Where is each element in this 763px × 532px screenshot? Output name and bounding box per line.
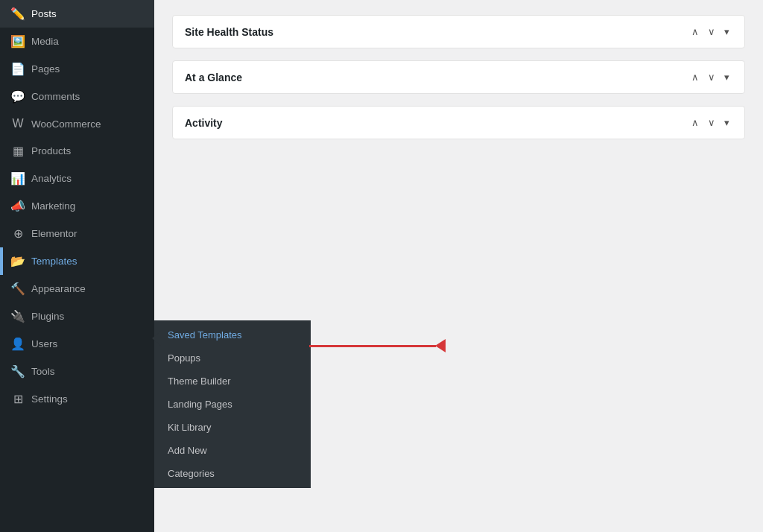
widget-controls-activity: ∧∨▾ [688,115,732,130]
plugins-icon: 🔌 [10,309,25,323]
woocommerce-icon: W [10,117,25,130]
widget-down-btn-activity[interactable]: ∨ [705,115,718,130]
pages-icon: 📄 [10,62,25,76]
sidebar-label-plugins: Plugins [31,311,64,322]
sidebar-item-products[interactable]: ▦Products [0,137,154,165]
sidebar: ✏️Posts🖼️Media📄Pages💬CommentsWWooCommerc… [0,0,154,532]
posts-icon: ✏️ [10,7,25,21]
sidebar-label-comments: Comments [31,91,80,102]
sidebar-item-users[interactable]: 👤Users [0,330,154,358]
submenu-item-categories[interactable]: Categories [154,462,311,485]
settings-icon: ⊞ [10,392,25,406]
sidebar-item-comments[interactable]: 💬Comments [0,83,154,110]
sidebar-item-marketing[interactable]: 📣Marketing [0,192,154,220]
sidebar-label-products: Products [31,145,71,156]
submenu-item-popups[interactable]: Popups [154,346,311,370]
widget-activity: Activity∧∨▾ [172,106,745,139]
sidebar-item-pages[interactable]: 📄Pages [0,55,154,83]
widget-dropdown-btn-site-health[interactable]: ▾ [721,25,732,39]
sidebar-label-posts: Posts [31,8,57,19]
sidebar-item-appearance[interactable]: 🔨Appearance [0,275,154,303]
widget-header-activity: Activity∧∨▾ [173,107,744,139]
widget-dropdown-btn-at-a-glance[interactable]: ▾ [721,70,732,84]
submenu-item-theme-builder[interactable]: Theme Builder [154,370,311,393]
widget-up-btn-site-health[interactable]: ∧ [688,25,702,39]
sidebar-item-analytics[interactable]: 📊Analytics [0,165,154,192]
widget-controls-site-health: ∧∨▾ [688,25,732,39]
submenu-item-kit-library[interactable]: Kit Library [154,416,311,439]
sidebar-label-tools: Tools [31,366,55,377]
submenu-pointer [152,331,161,346]
appearance-icon: 🔨 [10,282,25,296]
widget-title-activity: Activity [185,117,223,129]
widget-down-btn-at-a-glance[interactable]: ∨ [705,70,718,84]
sidebar-label-woocommerce: WooCommerce [31,118,101,130]
active-indicator [0,247,3,275]
templates-submenu: Saved TemplatesPopupsTheme BuilderLandin… [154,320,311,488]
widget-header-site-health: Site Health Status∧∨▾ [173,16,744,48]
sidebar-label-analytics: Analytics [31,173,72,184]
sidebar-label-appearance: Appearance [31,283,86,294]
tools-icon: 🔧 [10,364,25,379]
analytics-icon: 📊 [10,171,25,186]
submenu-item-saved-templates[interactable]: Saved Templates [154,323,311,346]
widget-up-btn-at-a-glance[interactable]: ∧ [688,70,702,84]
widget-title-site-health: Site Health Status [185,26,273,38]
widget-title-at-a-glance: At a Glance [185,72,242,83]
widget-up-btn-activity[interactable]: ∧ [688,115,702,130]
sidebar-item-plugins[interactable]: 🔌Plugins [0,303,154,330]
templates-icon: 📂 [10,254,25,268]
sidebar-label-elementor: Elementor [31,228,77,239]
sidebar-label-marketing: Marketing [31,200,75,212]
sidebar-item-woocommerce[interactable]: WWooCommerce [0,110,154,137]
submenu-item-landing-pages[interactable]: Landing Pages [154,393,311,416]
widget-site-health: Site Health Status∧∨▾ [172,15,745,48]
products-icon: ▦ [10,144,25,158]
sidebar-item-elementor[interactable]: ⊕Elementor [0,220,154,247]
sidebar-label-settings: Settings [31,393,68,405]
widget-controls-at-a-glance: ∧∨▾ [688,70,732,84]
marketing-icon: 📣 [10,199,25,213]
media-icon: 🖼️ [10,34,25,48]
sidebar-label-pages: Pages [31,63,60,75]
users-icon: 👤 [10,337,25,351]
sidebar-label-templates: Templates [31,256,77,267]
sidebar-label-users: Users [31,338,57,349]
comments-icon: 💬 [10,89,25,104]
elementor-icon: ⊕ [10,227,25,241]
sidebar-label-media: Media [31,36,59,47]
sidebar-item-templates[interactable]: 📂Templates [0,247,154,275]
widget-down-btn-site-health[interactable]: ∨ [705,25,718,39]
widget-dropdown-btn-activity[interactable]: ▾ [721,115,732,130]
sidebar-item-posts[interactable]: ✏️Posts [0,0,154,28]
widget-at-a-glance: At a Glance∧∨▾ [172,60,745,94]
sidebar-item-media[interactable]: 🖼️Media [0,28,154,55]
widget-header-at-a-glance: At a Glance∧∨▾ [173,61,744,93]
sidebar-item-settings[interactable]: ⊞Settings [0,385,154,413]
submenu-item-add-new[interactable]: Add New [154,439,311,462]
sidebar-item-tools[interactable]: 🔧Tools [0,358,154,385]
